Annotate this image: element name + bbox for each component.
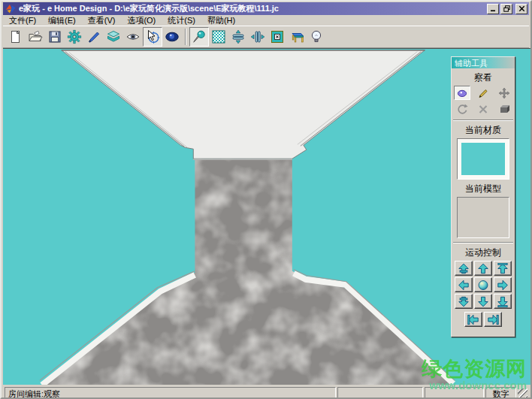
current-model-label: 当前模型	[452, 183, 515, 195]
furniture-table-icon	[289, 29, 304, 44]
resize-grip[interactable]	[518, 388, 527, 398]
current-model-preview[interactable]	[457, 197, 509, 238]
motion-up-top-icon	[497, 263, 509, 274]
pencil-tool-icon	[477, 87, 489, 99]
motion-down-step-button[interactable]	[455, 294, 473, 309]
motion-down-step-icon	[458, 296, 470, 307]
menu-item-1[interactable]: 文件(F)	[3, 14, 42, 27]
motion-up-icon	[477, 263, 489, 274]
current-material-label: 当前材质	[452, 124, 515, 137]
pencil-tool-button[interactable]	[475, 86, 491, 100]
paint-brush-button[interactable]	[84, 27, 104, 47]
motion-control-grid	[452, 261, 515, 309]
motion-down-bottom-button[interactable]	[494, 294, 512, 309]
new-document-icon	[8, 29, 23, 44]
close-button[interactable]	[515, 4, 527, 14]
settings-gear-button[interactable]	[65, 27, 84, 47]
save-floppy-icon	[47, 29, 62, 44]
solid-tool-icon	[498, 103, 510, 115]
material-swatch	[461, 143, 505, 175]
motion-left-end-icon	[467, 314, 479, 325]
minimize-button[interactable]	[487, 4, 499, 14]
menu-item-5[interactable]: 统计(S)	[162, 14, 201, 27]
horizontal-split-button[interactable]	[228, 27, 248, 47]
layers-button[interactable]	[104, 27, 123, 47]
eye-button[interactable]	[123, 27, 143, 47]
menu-bar: 文件(F)编辑(E)查看(V)选项(O)统计(S)帮助(H)	[3, 15, 529, 26]
checkerboard-button[interactable]	[209, 27, 228, 47]
restore-button[interactable]	[500, 4, 512, 14]
eye-icon	[125, 29, 141, 44]
settings-gear-icon	[67, 29, 82, 44]
observe-eye-tool-icon	[456, 87, 468, 99]
paint-brush-icon	[86, 29, 101, 44]
box-select-button[interactable]	[268, 27, 287, 47]
solid-tool-button[interactable]	[496, 101, 512, 116]
furniture-table-button[interactable]	[287, 27, 307, 47]
motion-up-top-button[interactable]	[494, 261, 512, 276]
auxiliary-tools-panel: 辅助工具 察看 当前材质 当前模型 运动控制	[451, 56, 515, 337]
motion-up-step-button[interactable]	[455, 261, 473, 276]
motion-up-step-icon	[458, 263, 470, 274]
num-lock-indicator: 数字	[485, 387, 516, 398]
light-bulb-button[interactable]	[307, 27, 326, 47]
motion-down-button[interactable]	[474, 294, 492, 309]
toolbar	[3, 26, 529, 48]
panel-title-bar[interactable]: 辅助工具	[452, 57, 515, 68]
observe-eye-icon	[165, 29, 180, 44]
move-tool-button[interactable]	[496, 86, 512, 100]
menu-item-3[interactable]: 查看(V)	[82, 14, 122, 27]
status-panel-2	[337, 387, 423, 398]
motion-up-button[interactable]	[474, 261, 492, 276]
motion-down-icon	[477, 296, 489, 307]
restore-icon	[503, 5, 510, 12]
separator	[453, 119, 513, 121]
select-cursor-icon	[145, 29, 160, 44]
status-bar: 房间编辑:观察 数字	[3, 385, 529, 399]
material-pin-icon	[192, 29, 207, 44]
vertical-split-icon	[250, 29, 265, 44]
rotate-tool-button[interactable]	[454, 101, 470, 116]
motion-left-end-button[interactable]	[464, 312, 482, 327]
current-material-preview[interactable]	[457, 138, 509, 180]
save-floppy-button[interactable]	[45, 27, 65, 47]
motion-right-icon	[497, 280, 509, 291]
minimize-icon	[490, 5, 497, 12]
select-cursor-button[interactable]	[143, 27, 162, 47]
delete-tool-button[interactable]	[475, 101, 491, 116]
motion-right-button[interactable]	[494, 277, 512, 292]
view-section-label: 察看	[452, 71, 515, 84]
move-tool-icon	[498, 87, 510, 99]
menu-item-6[interactable]: 帮助(H)	[201, 14, 241, 27]
status-panel-3	[425, 387, 484, 398]
close-icon	[518, 5, 525, 12]
box-select-icon	[270, 29, 285, 44]
delete-tool-icon	[477, 103, 489, 115]
motion-right-end-icon	[487, 314, 499, 325]
title-bar[interactable]: e家玩 - e Home Design - D:\e家玩简化演示版\scene\…	[3, 2, 529, 15]
new-document-button[interactable]	[6, 27, 26, 47]
open-folder-button[interactable]	[26, 27, 45, 47]
motion-down-bottom-icon	[497, 296, 509, 307]
app-icon[interactable]	[5, 3, 17, 14]
observe-eye-tool-button[interactable]	[454, 86, 470, 100]
observe-eye-button[interactable]	[162, 27, 182, 47]
vertical-split-button[interactable]	[248, 27, 268, 47]
toolbar-separator	[185, 29, 186, 45]
motion-ball-button[interactable]	[474, 277, 492, 292]
motion-ball-icon	[477, 280, 489, 291]
motion-control-label: 运动控制	[452, 246, 515, 259]
motion-left-icon	[458, 280, 470, 291]
motion-control-bottom	[452, 312, 515, 327]
viewport-3d[interactable]: 辅助工具 察看 当前材质 当前模型 运动控制	[3, 48, 532, 385]
menu-item-2[interactable]: 编辑(E)	[42, 14, 82, 27]
separator	[453, 242, 513, 243]
app-window: e家玩 - e Home Design - D:\e家玩简化演示版\scene\…	[0, 0, 532, 399]
menu-item-4[interactable]: 选项(O)	[121, 14, 162, 27]
motion-right-end-button[interactable]	[484, 312, 502, 327]
motion-left-button[interactable]	[455, 277, 473, 292]
open-folder-icon	[28, 29, 43, 44]
horizontal-split-icon	[231, 29, 246, 44]
status-message: 房间编辑:观察	[5, 387, 336, 398]
material-pin-button[interactable]	[189, 27, 209, 47]
